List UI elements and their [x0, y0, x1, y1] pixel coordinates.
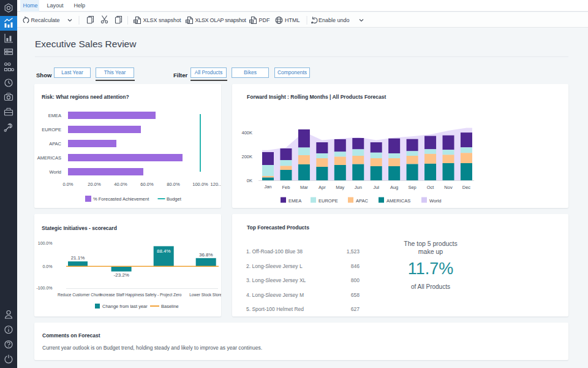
svg-text:APAC: APAC — [49, 141, 61, 147]
svg-text:Budget: Budget — [167, 196, 182, 202]
svg-text:Enable undo: Enable undo — [318, 17, 350, 23]
svg-text:Oct: Oct — [427, 185, 435, 190]
svg-text:60.0%: 60.0% — [140, 182, 154, 187]
svg-text:XLSX snapshot: XLSX snapshot — [143, 17, 182, 23]
svg-text:0K: 0K — [247, 178, 252, 183]
svg-text:80.0%: 80.0% — [167, 182, 180, 187]
svg-text:36.8%: 36.8% — [199, 252, 213, 258]
svg-text:-100.0%: -100.0% — [36, 286, 52, 290]
svg-text:Risk: What regions need attent: Risk: What regions need attention? — [42, 94, 129, 100]
svg-text:EMEA: EMEA — [288, 198, 301, 204]
svg-text:21.1%: 21.1% — [71, 255, 85, 261]
svg-text:40.0%: 40.0% — [114, 182, 127, 187]
svg-text:PDF: PDF — [259, 17, 271, 23]
svg-text:May: May — [336, 185, 344, 190]
svg-text:Stategic Initiatives - scoreca: Stategic Initiatives - scorecard — [42, 225, 117, 231]
svg-text:88.4%: 88.4% — [157, 248, 171, 254]
svg-text:AMERICAS: AMERICAS — [386, 198, 410, 204]
svg-text:20.0%: 20.0% — [88, 182, 101, 187]
svg-text:HTML: HTML — [285, 17, 300, 23]
svg-text:EUROPE: EUROPE — [42, 127, 61, 132]
svg-text:AMERICAS: AMERICAS — [37, 155, 61, 161]
svg-text:APAC: APAC — [356, 198, 368, 204]
svg-text:0.0%: 0.0% — [43, 264, 53, 269]
svg-text:200K: 200K — [241, 154, 252, 159]
svg-text:Dec: Dec — [462, 185, 471, 190]
svg-text:Reduce Customer Churn: Reduce Customer Churn — [58, 293, 102, 297]
svg-text:400K: 400K — [241, 130, 252, 136]
svg-text:Forward Insight : Rolling Mont: Forward Insight : Rolling Months | All P… — [247, 94, 386, 100]
svg-text:0.0%: 0.0% — [62, 182, 73, 187]
svg-text:Nov: Nov — [444, 185, 453, 190]
svg-text:100.0%: 100.0% — [38, 241, 53, 245]
svg-text:EUROPE: EUROPE — [318, 198, 338, 204]
svg-text:% Forecasted Achievement: % Forecasted Achievement — [93, 196, 149, 202]
svg-text:Lower Stock Store: Lower Stock Store — [189, 293, 221, 297]
svg-text:Change from last year: Change from last year — [102, 304, 148, 309]
svg-text:Increase Staff Happiness: Increase Staff Happiness — [100, 293, 145, 297]
svg-text:World: World — [50, 169, 61, 175]
svg-text:Baseline: Baseline — [161, 304, 179, 309]
svg-text:Feb: Feb — [282, 185, 290, 190]
svg-text:EMEA: EMEA — [48, 113, 61, 118]
svg-text:Apr: Apr — [318, 185, 326, 190]
svg-text:Mar: Mar — [300, 185, 308, 190]
svg-text:Safety - Project Zero: Safety - Project Zero — [145, 293, 182, 297]
svg-text:-23.2%: -23.2% — [114, 272, 129, 278]
svg-text:Sep: Sep — [408, 185, 416, 190]
svg-text:World: World — [429, 198, 441, 204]
svg-text:120...: 120... — [211, 182, 221, 187]
svg-text:100.0%: 100.0% — [192, 182, 208, 187]
svg-text:Jun: Jun — [355, 185, 362, 190]
svg-text:Jul: Jul — [373, 185, 379, 190]
svg-text:Recalculate: Recalculate — [31, 17, 60, 23]
svg-text:Aug: Aug — [390, 185, 398, 190]
svg-text:XLSX OLAP snapshot: XLSX OLAP snapshot — [195, 17, 247, 23]
svg-text:Jan: Jan — [264, 184, 271, 190]
